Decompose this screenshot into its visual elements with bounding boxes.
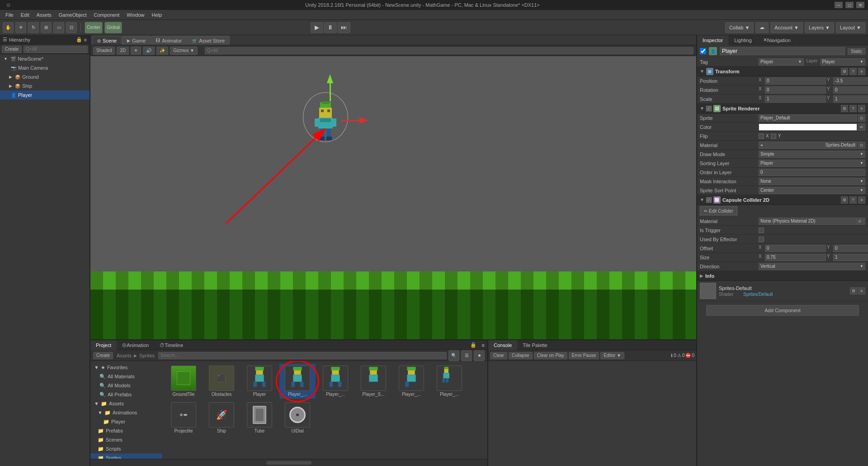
clear-on-play-button[interactable]: Clear on Play [534,352,567,359]
capsule-collider-header[interactable]: ▼ ✓ ⬜ Capsule Collider 2D ⚙ ? ≡ [697,195,868,205]
tab-tile-palette[interactable]: Tile Palette [517,340,553,350]
info-settings-button[interactable]: ⚙ [850,287,857,295]
order-in-layer-field[interactable] [759,169,865,176]
comp-more-button[interactable]: ≡ [858,68,865,75]
sorting-layer-dropdown[interactable]: Player ▼ [759,160,865,167]
hierarchy-item-ship[interactable]: ▶ 📦 Ship [0,81,90,90]
sprite-sort-point-dropdown[interactable]: Center ▼ [759,187,865,194]
rotate-tool-button[interactable]: ↻ [28,22,39,33]
tree-assets[interactable]: ▼ 📁 Assets [90,399,162,408]
layout-button[interactable]: Layout ▼ [836,22,865,33]
rot-x-field[interactable] [765,86,826,94]
pos-x-field[interactable]: 0 [765,77,826,85]
comp-help-button[interactable]: ? [849,196,857,204]
scale-x-field[interactable] [765,95,826,103]
comp-help-button[interactable]: ? [849,105,857,112]
comp-settings-button[interactable]: ⚙ [841,196,848,204]
tab-navigation[interactable]: ✕ Navigation [758,35,797,45]
edit-collider-button[interactable]: ✏ Edit Collider [700,206,737,215]
project-search-button[interactable]: 🔍 [448,350,459,361]
material-pick-button[interactable]: ⊙ [856,218,863,225]
material-pick-button[interactable]: ⊙ [858,142,865,149]
gizmos-button[interactable]: Gizmos ▼ [170,47,198,55]
collab-button[interactable]: Collab ▼ [725,22,754,33]
file-player3[interactable]: Player_... [393,364,429,399]
lighting-button[interactable]: ☀ [131,47,141,55]
account-button[interactable]: Account ▼ [770,22,803,33]
info-section-header[interactable]: ▶ Info [697,271,868,281]
tab-animation[interactable]: ◎ Animation [117,340,154,350]
comp-more-button[interactable]: ≡ [858,105,865,112]
direction-dropdown[interactable]: Vertical ▼ [759,263,865,270]
step-button[interactable]: ⏭ [338,22,350,33]
draw-mode-dropdown[interactable]: Simple ▼ [759,151,865,158]
object-enabled-checkbox[interactable] [700,48,706,54]
offset-y-field[interactable] [833,245,868,252]
hierarchy-lock[interactable]: 🔒 [76,37,82,43]
project-create-button[interactable]: Create [93,352,113,359]
fx-button[interactable]: ✨ [156,47,168,55]
collider-material-field[interactable]: None (Physics Material 2D) ⊙ [759,218,865,225]
size-x-field[interactable] [765,254,826,261]
file-player[interactable]: Player [241,364,278,399]
comp-help-button[interactable]: ? [849,68,857,75]
layer-dropdown[interactable]: Player ▼ [821,58,866,66]
menu-window[interactable]: Window [123,11,148,19]
scale-y-field[interactable] [833,95,868,103]
rot-y-field[interactable] [833,86,868,94]
maximize-button[interactable]: □ [845,2,854,8]
pause-button[interactable]: ⏸ [324,22,337,33]
tab-asset-store[interactable]: 🛒 Asset Store [187,36,230,45]
tab-console[interactable]: Console [488,340,517,350]
flip-x-checkbox[interactable] [759,133,764,139]
tab-timeline[interactable]: ⏱ Timeline [154,340,189,350]
tree-all-models[interactable]: 🔍 All Models [90,381,162,390]
comp-settings-button[interactable]: ⚙ [841,105,848,112]
clear-button[interactable]: Clear [490,352,507,359]
layers-button[interactable]: Layers ▼ [805,22,834,33]
project-options-button[interactable]: ☰ [461,350,472,361]
collapse-button[interactable]: Collapse [509,352,533,359]
project-more-icon[interactable]: ≡ [479,342,487,348]
color-pick-button[interactable]: ✏ [858,124,865,131]
menu-component[interactable]: Component [90,11,123,19]
file-player4[interactable]: Player_... [431,364,467,399]
file-player2[interactable]: Player_... [317,364,354,399]
tab-lighting[interactable]: Lighting [729,35,758,45]
file-groundtile[interactable]: GroundTile [165,364,202,399]
tag-dropdown[interactable]: Player ▼ [759,58,804,66]
file-player-s[interactable]: Player_S... [355,364,392,399]
tree-sprites[interactable]: 📁 Sprites [90,453,162,459]
offset-x-field[interactable] [765,245,826,252]
scrollbar-thumb[interactable] [266,461,311,465]
pos-y-field[interactable]: -3.5 [833,77,868,85]
mask-interaction-dropdown[interactable]: None ▼ [759,178,865,185]
move-tool-button[interactable]: ✛ [15,22,26,33]
tab-game[interactable]: ▶ Game [122,36,151,45]
tab-animator[interactable]: 🎞 Animator [151,36,187,45]
add-component-button[interactable]: Add Component [706,305,859,316]
menu-edit[interactable]: Edit [17,11,33,19]
is-trigger-checkbox[interactable] [759,228,764,233]
file-obstacles[interactable]: ⬛ Obstacles [203,364,240,399]
tree-scripts[interactable]: 📁 Scripts [90,444,162,453]
project-star-button[interactable]: ★ [474,350,485,361]
hierarchy-item-newscene[interactable]: ▼ 🎬 NewScene* [0,54,90,63]
file-tube[interactable]: Tube [241,400,278,435]
minimize-button[interactable]: ─ [835,2,843,8]
close-button[interactable]: ✕ [856,2,864,8]
global-button[interactable]: Global [105,22,122,33]
menu-file[interactable]: File [2,11,17,19]
hierarchy-search[interactable] [24,46,88,53]
capsule-collider-checkbox[interactable]: ✓ [706,197,712,203]
error-pause-button[interactable]: Error Pause [569,352,599,359]
file-projectile[interactable]: Projectile [165,400,202,435]
play-button[interactable]: ▶ [311,22,323,33]
flip-y-checkbox[interactable] [771,133,776,139]
audio-button[interactable]: 🔊 [143,47,155,55]
tree-prefabs[interactable]: 📁 Prefabs [90,426,162,435]
scale-tool-button[interactable]: ⊞ [41,22,52,33]
color-field[interactable] [759,124,857,131]
tree-scenes[interactable]: 📁 Scenes [90,435,162,444]
2d-button[interactable]: 2D [117,47,129,55]
